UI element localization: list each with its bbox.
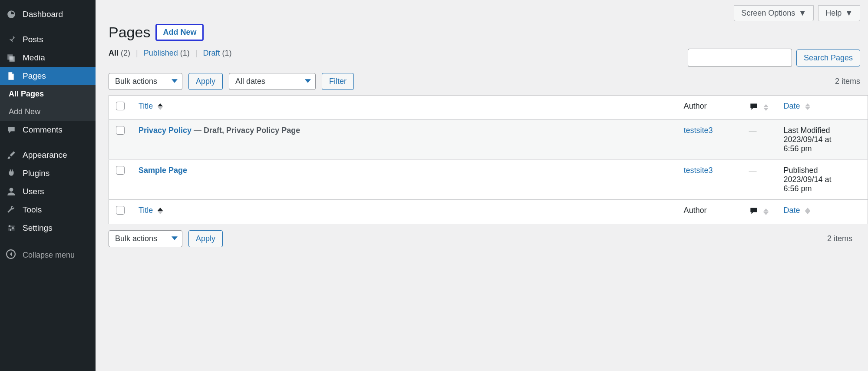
col-date[interactable]: Date xyxy=(777,96,868,120)
col-comments[interactable] xyxy=(742,200,777,224)
date-filter-selected: All dates xyxy=(235,77,265,86)
bulk-actions-select-bottom[interactable]: Bulk actions xyxy=(109,230,182,247)
bulk-actions-select[interactable]: Bulk actions xyxy=(109,73,182,90)
apply-button-top[interactable]: Apply xyxy=(188,73,223,90)
col-author: Author xyxy=(677,96,742,120)
sidebar-item-appearance[interactable]: Appearance xyxy=(0,146,96,164)
col-title[interactable]: Title xyxy=(132,200,677,224)
row-checkbox[interactable] xyxy=(116,166,125,175)
sidebar-item-label: Posts xyxy=(23,35,43,44)
sidebar-item-label: Appearance xyxy=(23,150,67,160)
sidebar-item-tools[interactable]: Tools xyxy=(0,201,96,219)
sidebar-item-pages[interactable]: Pages xyxy=(0,67,96,85)
comment-icon xyxy=(6,125,17,135)
sort-indicator-icon xyxy=(805,208,810,214)
chevron-down-icon: ▼ xyxy=(799,9,806,18)
search-pages-button[interactable]: Search Pages xyxy=(796,50,860,66)
sidebar-item-plugins[interactable]: Plugins xyxy=(0,164,96,182)
filter-draft[interactable]: Draft xyxy=(203,49,220,57)
filter-button[interactable]: Filter xyxy=(322,73,354,90)
svg-point-0 xyxy=(10,188,13,192)
svg-rect-3 xyxy=(10,229,11,231)
comment-bubble-icon xyxy=(749,102,759,113)
sort-indicator-icon xyxy=(158,103,163,110)
filter-published[interactable]: Published xyxy=(144,49,178,57)
items-count-bottom: 2 items xyxy=(827,234,860,243)
chevron-down-icon: ▼ xyxy=(845,9,853,18)
col-date[interactable]: Date xyxy=(777,200,868,224)
sort-indicator-icon xyxy=(805,103,810,110)
screen-options-tab[interactable]: Screen Options ▼ xyxy=(734,5,814,21)
table-row: Sample Page testsite3 — Published 2023/0… xyxy=(109,160,868,200)
sidebar-item-dashboard[interactable]: Dashboard xyxy=(0,5,96,23)
dashboard-icon xyxy=(6,10,17,19)
comment-bubble-icon xyxy=(749,206,759,218)
collapse-menu-button[interactable]: Collapse menu xyxy=(0,244,96,266)
bulk-actions-selected: Bulk actions xyxy=(115,77,157,86)
submenu-item-all-pages[interactable]: All Pages xyxy=(0,85,96,103)
sidebar-item-label: Comments xyxy=(23,125,63,135)
table-row: Privacy Policy — Draft, Privacy Policy P… xyxy=(109,120,868,160)
search-input[interactable] xyxy=(688,49,792,67)
chevron-down-icon xyxy=(172,234,178,243)
row-status-text: — Draft, Privacy Policy Page xyxy=(191,126,300,135)
sidebar-item-posts[interactable]: Posts xyxy=(0,30,96,49)
top-tabs: Screen Options ▼ Help ▼ xyxy=(109,5,868,21)
sidebar-item-label: Tools xyxy=(23,205,42,215)
sidebar-item-users[interactable]: Users xyxy=(0,182,96,201)
sidebar-item-media[interactable]: Media xyxy=(0,49,96,67)
sidebar-item-settings[interactable]: Settings xyxy=(0,219,96,237)
help-tab[interactable]: Help ▼ xyxy=(818,5,860,21)
submenu-item-add-new[interactable]: Add New xyxy=(0,103,96,121)
main-content: Screen Options ▼ Help ▼ Pages Add New Al… xyxy=(96,0,868,371)
row-author-link[interactable]: testsite3 xyxy=(684,166,713,175)
user-icon xyxy=(6,187,17,196)
collapse-menu-label: Collapse menu xyxy=(23,251,75,260)
sidebar-item-label: Plugins xyxy=(23,169,50,178)
filter-all-count: (2) xyxy=(121,49,130,57)
col-checkbox xyxy=(109,200,132,224)
row-comments: — xyxy=(742,120,777,160)
media-icon xyxy=(6,53,17,63)
select-all-checkbox[interactable] xyxy=(116,102,125,110)
add-new-button[interactable]: Add New xyxy=(155,24,204,41)
sliders-icon xyxy=(6,223,17,233)
sort-indicator-icon xyxy=(763,209,769,215)
pin-icon xyxy=(6,35,17,44)
items-count-top: 2 items xyxy=(835,77,868,86)
row-author-link[interactable]: testsite3 xyxy=(684,126,713,135)
sidebar-item-label: Dashboard xyxy=(23,10,63,19)
chevron-left-circle-icon xyxy=(6,249,17,261)
plug-icon xyxy=(6,169,17,178)
col-comments[interactable] xyxy=(742,96,777,120)
screen-options-label: Screen Options xyxy=(741,9,795,18)
filter-published-count: (1) xyxy=(180,49,190,57)
sidebar-item-comments[interactable]: Comments xyxy=(0,121,96,139)
bulk-actions-selected: Bulk actions xyxy=(115,234,157,243)
select-all-checkbox-bottom[interactable] xyxy=(116,206,125,215)
row-title-link[interactable]: Privacy Policy xyxy=(139,126,191,135)
col-title[interactable]: Title xyxy=(132,96,677,120)
row-comments: — xyxy=(742,160,777,200)
date-filter-select[interactable]: All dates xyxy=(229,73,316,90)
row-checkbox[interactable] xyxy=(116,126,125,135)
apply-button-bottom[interactable]: Apply xyxy=(188,230,223,247)
help-label: Help xyxy=(825,9,842,18)
sort-indicator-icon xyxy=(763,104,769,111)
sidebar-item-label: Settings xyxy=(23,223,53,233)
chevron-down-icon xyxy=(305,77,311,86)
admin-sidebar: Dashboard Posts Media Pages All Pages Ad… xyxy=(0,0,96,371)
brush-icon xyxy=(6,150,17,160)
col-author: Author xyxy=(677,200,742,224)
filter-draft-count: (1) xyxy=(222,49,232,57)
row-date: Last Modified 2023/09/14 at 6:56 pm xyxy=(777,120,868,160)
pages-table: Title Author Date xyxy=(109,95,868,224)
page-title: Pages xyxy=(109,24,150,41)
filter-all[interactable]: All xyxy=(109,49,119,57)
status-filter-links: All (2) | Published (1) | Draft (1) xyxy=(109,49,232,58)
sidebar-item-label: Pages xyxy=(23,71,46,81)
svg-rect-1 xyxy=(9,225,10,227)
row-title-link[interactable]: Sample Page xyxy=(139,166,187,175)
wrench-icon xyxy=(6,205,17,215)
svg-rect-2 xyxy=(12,227,13,229)
